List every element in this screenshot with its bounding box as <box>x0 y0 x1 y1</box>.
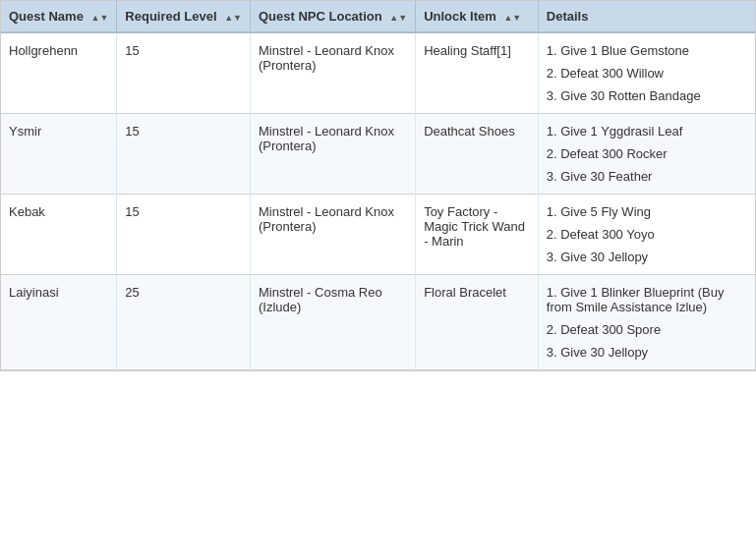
cell-details: 1. Give 1 Blue Gemstone2. Defeat 300 Wil… <box>538 32 755 114</box>
cell-unlock-item: Healing Staff[1] <box>416 32 539 114</box>
detail-item: 1. Give 1 Blue Gemstone <box>547 43 747 58</box>
detail-item: 1. Give 5 Fly Wing <box>547 204 747 219</box>
cell-npc-location: Minstrel - Leonard Knox (Prontera) <box>250 32 415 114</box>
cell-details: 1. Give 1 Yggdrasil Leaf2. Defeat 300 Ro… <box>538 114 755 195</box>
col-header-details: Details <box>538 1 755 32</box>
cell-quest-name: Laiyinasi <box>1 275 117 370</box>
cell-npc-location: Minstrel - Leonard Knox (Prontera) <box>250 114 415 195</box>
cell-npc-location: Minstrel - Leonard Knox (Prontera) <box>250 195 415 275</box>
detail-item: 1. Give 1 Blinker Blueprint (Buy from Sm… <box>547 285 747 314</box>
sort-arrows-required-level[interactable]: ▲▼ <box>224 13 242 23</box>
detail-item: 3. Give 30 Rotten Bandage <box>547 88 747 103</box>
cell-quest-name: Hollgrehenn <box>1 32 117 114</box>
table-row: Ysmir15Minstrel - Leonard Knox (Prontera… <box>1 114 755 195</box>
cell-required-level: 15 <box>117 195 251 275</box>
col-header-unlock-item[interactable]: Unlock Item ▲▼ <box>416 1 539 32</box>
detail-item: 2. Defeat 300 Rocker <box>547 146 747 161</box>
cell-quest-name: Kebak <box>1 195 117 275</box>
cell-details: 1. Give 1 Blinker Blueprint (Buy from Sm… <box>538 275 755 370</box>
detail-item: 1. Give 1 Yggdrasil Leaf <box>547 124 747 139</box>
cell-required-level: 15 <box>117 114 251 195</box>
detail-item: 3. Give 30 Jellopy <box>547 250 747 264</box>
cell-required-level: 15 <box>117 32 251 114</box>
detail-item: 3. Give 30 Jellopy <box>547 345 747 360</box>
table-row: Kebak15Minstrel - Leonard Knox (Prontera… <box>1 195 755 275</box>
cell-details: 1. Give 5 Fly Wing2. Defeat 300 Yoyo3. G… <box>538 195 755 275</box>
table-body: Hollgrehenn15Minstrel - Leonard Knox (Pr… <box>1 32 755 370</box>
detail-item: 2. Defeat 300 Spore <box>547 322 747 337</box>
cell-quest-name: Ysmir <box>1 114 117 195</box>
quests-table: Quest Name ▲▼ Required Level ▲▼ Quest NP… <box>1 1 755 370</box>
detail-item: 3. Give 30 Feather <box>547 169 747 184</box>
cell-unlock-item: Toy Factory - Magic Trick Wand - Marin <box>416 195 539 275</box>
cell-unlock-item: Deathcat Shoes <box>416 114 539 195</box>
col-header-required-level[interactable]: Required Level ▲▼ <box>117 1 251 32</box>
cell-unlock-item: Floral Bracelet <box>416 275 539 370</box>
cell-required-level: 25 <box>117 275 251 370</box>
sort-arrows-quest-name[interactable]: ▲▼ <box>91 13 109 23</box>
cell-npc-location: Minstrel - Cosma Reo (Izlude) <box>250 275 415 370</box>
table-header-row: Quest Name ▲▼ Required Level ▲▼ Quest NP… <box>1 1 755 32</box>
col-header-npc-location[interactable]: Quest NPC Location ▲▼ <box>250 1 415 32</box>
detail-item: 2. Defeat 300 Yoyo <box>547 227 747 242</box>
table-row: Laiyinasi25Minstrel - Cosma Reo (Izlude)… <box>1 275 755 370</box>
main-table-container: Quest Name ▲▼ Required Level ▲▼ Quest NP… <box>0 0 756 371</box>
sort-arrows-unlock-item[interactable]: ▲▼ <box>503 13 521 23</box>
detail-item: 2. Defeat 300 Willow <box>547 66 747 81</box>
sort-arrows-npc-location[interactable]: ▲▼ <box>389 13 407 23</box>
col-header-quest-name[interactable]: Quest Name ▲▼ <box>1 1 117 32</box>
table-row: Hollgrehenn15Minstrel - Leonard Knox (Pr… <box>1 32 755 114</box>
